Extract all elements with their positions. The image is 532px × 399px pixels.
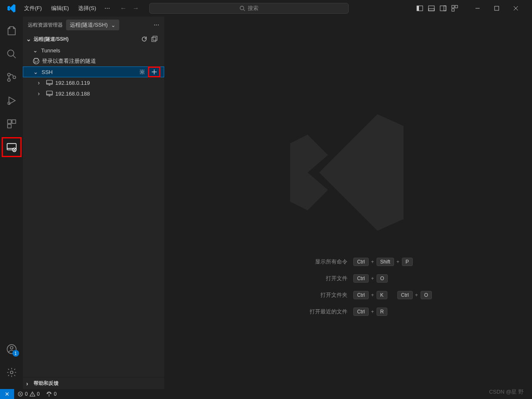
svg-point-35 (141, 71, 143, 73)
section-remote-label: 远程(隧道/SSH) (34, 36, 69, 43)
layout-sidebar-right-icon[interactable] (440, 5, 446, 12)
statusbar: 0 0 0 (0, 389, 532, 399)
tree-ssh[interactable]: ⌄ SSH (23, 66, 164, 77)
section-remote[interactable]: ⌄ 远程(隧道/SSH) (23, 33, 164, 45)
search-placeholder: 搜索 (248, 5, 259, 12)
error-icon (17, 391, 23, 397)
tree-login-hint[interactable]: 登录以查看注册的隧道 (23, 56, 164, 66)
nav-arrows: ← → (120, 5, 139, 12)
tree-host-1[interactable]: › 192.168.0.188 (23, 88, 164, 99)
svg-rect-7 (444, 6, 446, 11)
antenna-icon (46, 391, 52, 397)
chevron-right-icon: › (38, 79, 44, 86)
refresh-icon[interactable] (141, 36, 148, 42)
svg-point-48 (32, 395, 32, 396)
ssh-label: SSH (42, 69, 53, 75)
svg-rect-23 (7, 124, 11, 128)
activity-accounts[interactable]: 1 (2, 339, 22, 359)
github-icon (33, 58, 39, 64)
welcome-shortcuts: 显示所有命令 Ctrl + Shift + P 打开文件 Ctrl + O 打开 (264, 258, 432, 316)
activity-explorer[interactable] (2, 21, 22, 41)
svg-rect-21 (7, 120, 11, 123)
minimize-button[interactable] (468, 2, 487, 15)
activity-extensions[interactable] (2, 114, 22, 134)
tunnels-label: Tunnels (41, 47, 60, 54)
svg-point-18 (7, 79, 10, 81)
tree-tunnels[interactable]: ⌄ Tunnels (23, 45, 164, 56)
svg-rect-22 (12, 120, 16, 123)
svg-point-30 (10, 347, 13, 350)
activity-search[interactable] (2, 44, 22, 64)
svg-point-15 (7, 50, 14, 56)
svg-rect-4 (429, 6, 434, 11)
sidebar-header: 远程资源管理器 远程(隧道/SSH) ⌄ ··· (23, 17, 164, 33)
svg-point-17 (7, 73, 10, 76)
menu-more[interactable]: ··· (101, 3, 113, 14)
svg-rect-32 (152, 37, 156, 42)
chevron-down-icon: ⌄ (26, 36, 32, 42)
customize-layout-icon[interactable] (451, 5, 458, 12)
vscode-watermark-icon (276, 100, 421, 245)
layout-panel-icon[interactable] (428, 5, 435, 12)
activity-run-debug[interactable] (2, 91, 22, 111)
nav-back-icon[interactable]: ← (120, 5, 127, 12)
new-window-icon[interactable] (151, 36, 158, 42)
activity-bottom: 1 (2, 339, 22, 386)
svg-rect-10 (452, 9, 454, 11)
activity-source-control[interactable] (2, 67, 22, 87)
svg-rect-8 (452, 5, 454, 8)
add-ssh-button[interactable] (148, 66, 160, 77)
account-badge: 1 (12, 350, 19, 357)
menu-bar: 文件(F) 编辑(E) 选择(S) ··· (20, 3, 113, 14)
activity-remote-explorer[interactable] (2, 137, 22, 157)
gear-icon[interactable] (139, 69, 145, 75)
activity-settings[interactable] (2, 362, 22, 382)
layout-sidebar-left-icon[interactable] (416, 5, 423, 12)
menu-select[interactable]: 选择(S) (74, 3, 100, 14)
status-ports[interactable]: 0 (43, 391, 60, 397)
login-hint-label: 登录以查看注册的隧道 (42, 57, 96, 65)
status-remote-button[interactable] (0, 389, 14, 399)
monitor-icon (46, 79, 53, 86)
svg-rect-12 (495, 6, 499, 10)
shortcut-open-recent: 打开最近的文件 Ctrl + R (264, 308, 432, 316)
remote-type-dropdown[interactable]: 远程(隧道/SSH) ⌄ (66, 20, 119, 30)
chevron-right-icon: › (26, 380, 32, 387)
title-actions (416, 2, 525, 15)
sidebar: 远程资源管理器 远程(隧道/SSH) ⌄ ··· ⌄ 远程(隧道/SSH) ⌄ … (23, 17, 164, 389)
svg-rect-3 (417, 6, 419, 11)
menu-edit[interactable]: 编辑(E) (47, 3, 73, 14)
svg-rect-6 (440, 6, 446, 11)
sidebar-more[interactable]: ··· (154, 21, 159, 29)
svg-point-19 (13, 76, 16, 79)
help-label: 帮助和反馈 (34, 380, 59, 387)
svg-rect-33 (153, 36, 157, 40)
csdn-watermark: CSDN @星 野 (489, 388, 524, 396)
plus-icon (151, 69, 158, 75)
search-icon (239, 5, 245, 11)
tree-host-0[interactable]: › 192.168.0.119 (23, 77, 164, 88)
menu-file[interactable]: 文件(F) (20, 3, 46, 14)
svg-rect-5 (429, 9, 434, 11)
maximize-button[interactable] (487, 2, 506, 15)
vscode-logo-icon (3, 3, 20, 13)
editor-area: 显示所有命令 Ctrl + Shift + P 打开文件 Ctrl + O 打开 (164, 17, 532, 389)
shortcut-show-all: 显示所有命令 Ctrl + Shift + P (264, 258, 432, 266)
command-center[interactable]: 搜索 (149, 3, 349, 14)
svg-line-1 (243, 10, 245, 11)
section-help[interactable]: › 帮助和反馈 (23, 377, 164, 389)
sidebar-title: 远程资源管理器 (28, 22, 63, 29)
chevron-right-icon: › (38, 90, 44, 97)
status-problems[interactable]: 0 0 (14, 391, 43, 397)
main-area: 1 远程资源管理器 远程(隧道/SSH) ⌄ ··· ⌄ 远程(隧道/SSH) (0, 17, 532, 389)
svg-point-31 (10, 371, 13, 374)
shortcut-open-folder: 打开文件夹 Ctrl + K Ctrl + O (264, 291, 432, 299)
host-1-label: 192.168.0.188 (55, 91, 90, 97)
close-button[interactable] (506, 2, 525, 15)
shortcut-open-file: 打开文件 Ctrl + O (264, 274, 432, 283)
nav-forward-icon[interactable]: → (133, 5, 139, 12)
svg-point-0 (240, 6, 244, 10)
warning-icon (30, 391, 35, 397)
svg-rect-9 (455, 5, 458, 8)
chevron-down-icon: ⌄ (33, 69, 39, 75)
